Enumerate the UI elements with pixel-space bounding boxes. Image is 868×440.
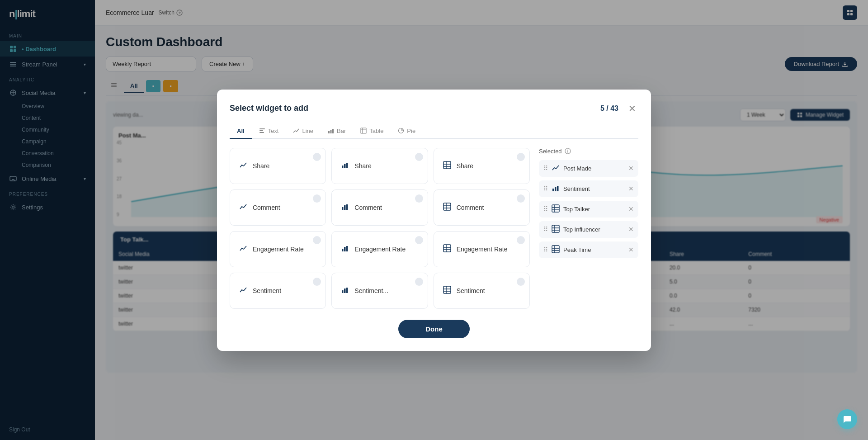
widget-grid: Share Share Share Comment Comment Commen… bbox=[230, 148, 530, 309]
filter-tab-line[interactable]: Line bbox=[286, 124, 321, 139]
filter-tab-bar[interactable]: Bar bbox=[321, 124, 353, 139]
chat-bubble[interactable] bbox=[837, 409, 857, 429]
text-icon bbox=[259, 128, 265, 134]
selected-item-widget-icon bbox=[552, 204, 560, 214]
selected-item: ⠿ Sentiment ✕ bbox=[539, 180, 638, 197]
selected-item-widget-icon bbox=[552, 184, 560, 194]
selected-item-label: Post Made bbox=[563, 165, 625, 172]
remove-item-button[interactable]: ✕ bbox=[628, 165, 634, 172]
widget-card-share-line[interactable]: Share bbox=[230, 148, 326, 184]
widget-icon-engagement-bar bbox=[341, 244, 349, 254]
selected-item-widget-icon bbox=[552, 225, 560, 234]
widget-icon-comment-table bbox=[443, 203, 451, 213]
widget-card-engagement-line[interactable]: Engagement Rate bbox=[230, 231, 326, 267]
svg-rect-42 bbox=[342, 290, 344, 293]
widget-card-share-bar[interactable]: Share bbox=[331, 148, 428, 184]
chat-icon bbox=[842, 414, 852, 424]
widget-card-engagement-bar[interactable]: Engagement Rate bbox=[331, 231, 428, 267]
svg-rect-39 bbox=[344, 247, 346, 251]
svg-rect-48 bbox=[555, 187, 557, 191]
remove-item-button[interactable]: ✕ bbox=[628, 205, 634, 213]
svg-rect-31 bbox=[344, 164, 346, 168]
svg-rect-52 bbox=[552, 246, 559, 253]
info-icon bbox=[565, 148, 571, 154]
svg-rect-49 bbox=[557, 186, 559, 191]
remove-item-button[interactable]: ✕ bbox=[628, 226, 634, 233]
widget-card-comment-bar[interactable]: Comment bbox=[331, 189, 428, 226]
widget-icon-engagement-line bbox=[239, 244, 247, 254]
widget-card-label-comment-line: Comment bbox=[253, 204, 280, 211]
widget-card-check-share-bar bbox=[415, 153, 423, 161]
widget-icon-comment-line bbox=[239, 203, 247, 213]
filter-tabs: All Text Line Bar Table Pie bbox=[230, 124, 638, 139]
modal: Select widget to add 5 / 43 ✕ All Text bbox=[217, 90, 651, 351]
selected-item-label: Peak Time bbox=[563, 246, 625, 253]
filter-tab-pie[interactable]: Pie bbox=[391, 124, 423, 139]
selected-item-label: Top Talker bbox=[563, 206, 625, 213]
widget-icon-engagement-table bbox=[443, 244, 451, 254]
svg-rect-50 bbox=[552, 205, 559, 212]
modal-title: Select widget to add bbox=[230, 104, 308, 113]
widget-card-comment-table[interactable]: Comment bbox=[434, 189, 530, 226]
selected-item: ⠿ Top Influencer ✕ bbox=[539, 221, 638, 238]
selected-item-label: Sentiment bbox=[563, 185, 625, 192]
widget-icon-sentiment-table bbox=[443, 286, 451, 296]
svg-rect-51 bbox=[552, 225, 559, 232]
widget-card-engagement-table[interactable]: Engagement Rate bbox=[434, 231, 530, 267]
filter-tab-all[interactable]: All bbox=[230, 124, 252, 139]
line-tab-icon bbox=[293, 128, 299, 134]
modal-counter: 5 / 43 bbox=[600, 104, 618, 113]
done-button[interactable]: Done bbox=[398, 320, 470, 338]
widget-card-label-engagement-line: Engagement Rate bbox=[253, 246, 304, 253]
selected-item-widget-icon bbox=[552, 245, 560, 255]
widget-icon-sentiment-bar bbox=[341, 286, 349, 296]
modal-close-button[interactable]: ✕ bbox=[626, 102, 638, 115]
svg-rect-41 bbox=[443, 245, 451, 252]
remove-item-button[interactable]: ✕ bbox=[628, 185, 634, 192]
widget-card-check-sentiment-bar bbox=[415, 278, 423, 286]
svg-rect-35 bbox=[344, 205, 346, 210]
svg-rect-28 bbox=[361, 128, 366, 133]
widget-card-check-sentiment-table bbox=[517, 278, 525, 286]
widget-card-check-comment-line bbox=[313, 194, 321, 203]
widget-card-share-table[interactable]: Share bbox=[434, 148, 530, 184]
widget-card-label-engagement-table: Engagement Rate bbox=[457, 246, 508, 253]
widget-icon-comment-bar bbox=[341, 203, 349, 213]
drag-handle-icon[interactable]: ⠿ bbox=[543, 226, 548, 233]
widget-icon-share-bar bbox=[341, 161, 349, 171]
widget-card-check-comment-table bbox=[517, 194, 525, 203]
widget-card-comment-line[interactable]: Comment bbox=[230, 189, 326, 226]
widget-card-check-engagement-line bbox=[313, 236, 321, 244]
svg-rect-25 bbox=[328, 131, 330, 133]
widget-icon-sentiment-line bbox=[239, 286, 247, 296]
svg-rect-24 bbox=[259, 132, 264, 133]
selected-item: ⠿ Post Made ✕ bbox=[539, 160, 638, 177]
svg-rect-38 bbox=[342, 249, 344, 251]
widget-card-check-engagement-table bbox=[517, 236, 525, 244]
widget-card-check-comment-bar bbox=[415, 194, 423, 203]
remove-item-button[interactable]: ✕ bbox=[628, 246, 634, 253]
widget-card-check-sentiment-line bbox=[313, 278, 321, 286]
drag-handle-icon[interactable]: ⠿ bbox=[543, 246, 548, 253]
svg-rect-40 bbox=[346, 246, 348, 251]
widget-card-check-share-line bbox=[313, 153, 321, 161]
svg-rect-22 bbox=[259, 128, 265, 129]
filter-tab-table[interactable]: Table bbox=[353, 124, 391, 139]
modal-overlay[interactable]: Select widget to add 5 / 43 ✕ All Text bbox=[0, 0, 868, 440]
widget-card-sentiment-table[interactable]: Sentiment bbox=[434, 273, 530, 309]
widget-icon-share-line bbox=[239, 161, 247, 171]
svg-rect-34 bbox=[342, 207, 344, 210]
widget-card-check-engagement-bar bbox=[415, 236, 423, 244]
svg-rect-43 bbox=[344, 289, 346, 293]
widget-card-label-sentiment-bar: Sentiment... bbox=[354, 287, 388, 294]
drag-handle-icon[interactable]: ⠿ bbox=[543, 205, 548, 213]
svg-rect-23 bbox=[259, 130, 263, 131]
widget-card-label-comment-table: Comment bbox=[457, 204, 484, 211]
widget-card-label-sentiment-table: Sentiment bbox=[457, 287, 485, 294]
drag-handle-icon[interactable]: ⠿ bbox=[543, 165, 548, 172]
widget-card-sentiment-bar[interactable]: Sentiment... bbox=[331, 273, 428, 309]
filter-tab-text[interactable]: Text bbox=[252, 124, 286, 139]
widget-card-sentiment-line[interactable]: Sentiment bbox=[230, 273, 326, 309]
drag-handle-icon[interactable]: ⠿ bbox=[543, 185, 548, 192]
svg-rect-44 bbox=[346, 288, 348, 293]
